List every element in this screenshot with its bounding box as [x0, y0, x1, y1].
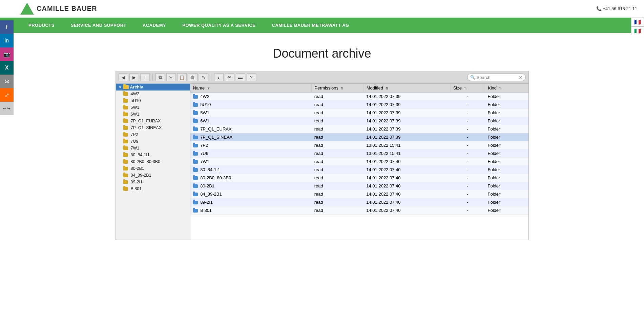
lang-it-button[interactable]: 🇮🇹 — [631, 26, 644, 35]
tree-item[interactable]: 7U9 — [116, 138, 190, 145]
paste-button[interactable]: 📋 — [177, 73, 187, 81]
tree-item[interactable]: 80_84-1I1 — [116, 152, 190, 158]
file-size-cell: - — [450, 198, 485, 206]
email-button[interactable]: ✉ — [0, 75, 14, 88]
linkedin-button[interactable]: in — [0, 34, 14, 47]
arrow-buttons[interactable]: ↩↪ — [0, 102, 14, 115]
back-button[interactable]: ◀ — [119, 73, 128, 81]
file-modified-cell: 14.01.2022 07:40 — [363, 190, 450, 198]
file-name: 7P2 — [200, 143, 208, 148]
tree-item-label: 6W1 — [131, 112, 140, 117]
folder-icon — [193, 193, 198, 196]
file-modified-cell: 14.01.2022 07:39 — [363, 101, 450, 109]
logo[interactable]: CAMILLE BAUER — [20, 3, 97, 15]
table-row[interactable]: 4W2 read 14.01.2022 07:39 - Folder — [190, 93, 528, 101]
table-row[interactable]: 5W1 read 14.01.2022 07:39 - Folder — [190, 109, 528, 117]
table-row[interactable]: 89-2I1 read 14.01.2022 07:40 - Folder — [190, 198, 528, 206]
table-row[interactable]: 80-2B0_80-3B0 read 14.01.2022 07:40 - Fo… — [190, 174, 528, 182]
tree-item[interactable]: 7P2 — [116, 131, 190, 138]
info-button[interactable]: i — [214, 73, 224, 81]
facebook-button[interactable]: f — [0, 20, 14, 34]
lang-fr-button[interactable]: 🇫🇷 — [631, 18, 644, 26]
file-kind-cell: Folder — [485, 117, 528, 125]
file-name-cell: 4W2 — [190, 93, 312, 101]
table-row[interactable]: 80-2B1 read 14.01.2022 07:40 - Folder — [190, 182, 528, 190]
file-name: 7P_Q1_SINEAX — [200, 135, 232, 140]
tree-item[interactable]: 6W1 — [116, 111, 190, 118]
rename-button[interactable]: ✎ — [199, 73, 208, 81]
preview-button[interactable]: 👁 — [225, 73, 234, 81]
table-row[interactable]: 84_89-2B1 read 14.01.2022 07:40 - Folder — [190, 190, 528, 198]
file-name-cell: 84_89-2B1 — [190, 190, 312, 198]
tree-item[interactable]: 5U10 — [116, 97, 190, 104]
col-header-permissions[interactable]: Permissions ⇅ — [312, 84, 364, 93]
file-modified-cell: 14.01.2022 07:39 — [363, 117, 450, 125]
file-permissions-cell: read — [312, 141, 364, 149]
tree-item[interactable]: 80-2B0_80-3B0 — [116, 158, 190, 165]
tree-item[interactable]: 80-2B1 — [116, 165, 190, 172]
file-table: Name ▼ Permissions ⇅ Modified ⇅ Size — [190, 84, 528, 215]
file-modified-cell: 14.01.2022 07:40 — [363, 206, 450, 215]
tree-item[interactable]: 7W1 — [116, 145, 190, 152]
tree-item[interactable]: 84_89-2B1 — [116, 172, 190, 179]
table-row[interactable]: 6W1 read 14.01.2022 07:39 - Folder — [190, 117, 528, 125]
view-button[interactable]: ▬ — [236, 73, 245, 81]
copy-button[interactable]: ⧉ — [155, 73, 165, 81]
folder-icon — [193, 209, 198, 213]
tree-panel: ▼ Archiv 4W25U105W16W17P_Q1_EURAX7P_Q1_S… — [116, 84, 190, 240]
nav-service[interactable]: SERVICE AND SUPPORT — [63, 18, 134, 33]
folder-icon — [123, 106, 128, 109]
tree-item[interactable]: 4W2 — [116, 91, 190, 97]
table-row[interactable]: 7P_Q1_EURAX read 14.01.2022 07:39 - Fold… — [190, 125, 528, 133]
file-permissions-cell: read — [312, 190, 364, 198]
help-button[interactable]: ? — [247, 73, 256, 81]
table-row[interactable]: 7P_Q1_SINEAX read 14.01.2022 07:39 - Fol… — [190, 133, 528, 141]
nav-academy[interactable]: ACADEMY — [134, 18, 174, 33]
col-header-kind[interactable]: Kind ⇅ — [485, 84, 528, 93]
delete-button[interactable]: 🗑 — [188, 73, 198, 81]
file-size-cell: - — [450, 166, 485, 174]
xing-button[interactable]: X — [0, 61, 14, 75]
forward-button[interactable]: ▶ — [129, 73, 139, 81]
file-name: 6W1 — [200, 118, 209, 123]
search-clear-button[interactable]: ✕ — [519, 75, 523, 80]
file-size-cell: - — [450, 117, 485, 125]
file-table-body: 4W2 read 14.01.2022 07:39 - Folder 5U10 … — [190, 93, 528, 215]
folder-icon — [123, 133, 128, 137]
table-row[interactable]: 7U9 read 13.01.2022 15:41 - Folder — [190, 149, 528, 158]
file-name-cell: 7P2 — [190, 141, 312, 149]
table-row[interactable]: B 801 read 14.01.2022 07:40 - Folder — [190, 206, 528, 215]
table-row[interactable]: 7W1 read 14.01.2022 07:40 - Folder — [190, 158, 528, 166]
folder-icon — [193, 136, 198, 139]
instagram-button[interactable]: 📷 — [0, 47, 14, 61]
col-header-modified[interactable]: Modified ⇅ — [363, 84, 450, 93]
tree-item-label: 84_89-2B1 — [131, 173, 151, 178]
col-header-name[interactable]: Name ▼ — [190, 84, 312, 93]
search-input[interactable] — [477, 75, 517, 80]
file-name: 7W1 — [200, 159, 209, 164]
tree-item[interactable]: 5W1 — [116, 104, 190, 111]
logo-triangle-icon — [20, 3, 34, 15]
tree-item[interactable]: 89-2I1 — [116, 179, 190, 185]
table-row[interactable]: 5U10 read 14.01.2022 07:39 - Folder — [190, 101, 528, 109]
tree-item-label: 7P_Q1_EURAX — [131, 119, 161, 123]
up-button[interactable]: ↑ — [140, 73, 150, 81]
nav-metrawatt[interactable]: CAMILLE BAUER METRAWATT AG — [264, 18, 357, 33]
nav-products[interactable]: PRODUCTS — [20, 18, 63, 33]
social-sidebar: f in 📷 X ✉ ⤢ ↩↪ — [0, 20, 14, 115]
tree-root-archiv[interactable]: ▼ Archiv — [116, 84, 190, 91]
tree-item[interactable]: 7P_Q1_EURAX — [116, 118, 190, 124]
table-row[interactable]: 80_84-1I1 read 14.01.2022 07:40 - Folder — [190, 166, 528, 174]
main-nav: PRODUCTS SERVICE AND SUPPORT ACADEMY POW… — [0, 18, 644, 33]
tree-item[interactable]: B 801 — [116, 185, 190, 192]
share-button[interactable]: ⤢ — [0, 88, 14, 102]
cut-button[interactable]: ✂ — [166, 73, 176, 81]
file-manager-toolbar: ◀ ▶ ↑ ⧉ ✂ 📋 🗑 ✎ i 👁 ▬ ? 🔍 ✕ — [116, 71, 528, 84]
nav-power-quality[interactable]: POWER QUALITY AS A SERVICE — [174, 18, 264, 33]
file-list-panel: Name ▼ Permissions ⇅ Modified ⇅ Size — [190, 84, 528, 240]
col-header-size[interactable]: Size ⇅ — [450, 84, 485, 93]
file-name: 89-2I1 — [200, 200, 213, 205]
table-row[interactable]: 7P2 read 13.01.2022 15:41 - Folder — [190, 141, 528, 149]
tree-item[interactable]: 7P_Q1_SINEAX — [116, 124, 190, 131]
file-name: B 801 — [200, 208, 212, 213]
